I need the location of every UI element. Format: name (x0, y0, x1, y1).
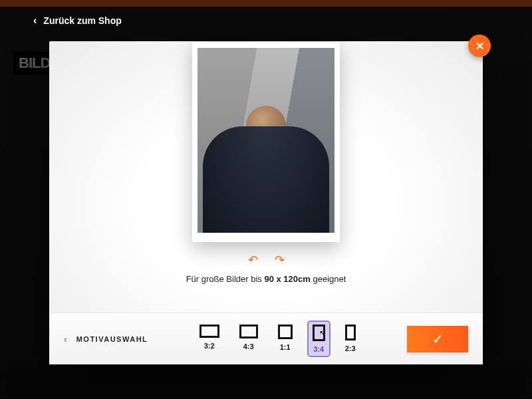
rotate-cw-button[interactable]: ↷ (271, 251, 288, 269)
rotate-ccw-icon: ↶ (248, 253, 258, 267)
ratio-shape-icon (278, 325, 293, 339)
ratio-shape-icon (239, 325, 258, 338)
prev-step-button[interactable]: ‹ MOTIVAUSWAHL (64, 334, 148, 344)
back-to-shop-link[interactable]: ‹ Zurück zum Shop (33, 15, 122, 27)
ratio-shape-icon (345, 325, 356, 340)
close-button[interactable]: ✕ (468, 35, 491, 57)
ratio-label: 3:4 (313, 345, 324, 353)
ratio-label: 1:1 (280, 343, 291, 351)
aspect-ratio-2-3[interactable]: 2:3 (341, 322, 360, 356)
aspect-ratio-group: 3:24:31:13:4↖2:3 (160, 322, 395, 356)
ratio-label: 3:2 (204, 342, 215, 350)
rotate-ccw-button[interactable]: ↶ (244, 251, 261, 269)
preview-area: ↶ ↷ Für große Bilder bis 90 x 120cm geei… (49, 41, 483, 313)
ratio-shape-icon (313, 325, 325, 341)
aspect-ratio-1-1[interactable]: 1:1 (274, 322, 297, 356)
aspect-ratio-3-4[interactable]: 3:4↖ (309, 322, 329, 356)
back-label: Zurück zum Shop (43, 15, 121, 26)
aspect-ratio-3-2[interactable]: 3:2 (196, 322, 223, 356)
chevron-left-icon: ‹ (33, 15, 37, 27)
close-icon: ✕ (475, 40, 484, 53)
ratio-label: 4:3 (243, 342, 254, 350)
ratio-label: 2:3 (345, 344, 356, 352)
crop-modal: ↶ ↷ Für große Bilder bis 90 x 120cm geei… (49, 41, 483, 364)
size-hint: Für große Bilder bis 90 x 120cm geeignet (186, 274, 346, 284)
canvas-frame (192, 43, 340, 242)
aspect-ratio-4-3[interactable]: 4:3 (235, 322, 262, 356)
confirm-button[interactable]: ✓ (407, 326, 468, 352)
check-icon: ✓ (432, 331, 444, 347)
ratio-shape-icon (200, 325, 219, 338)
chevron-left-icon: ‹ (64, 334, 67, 344)
rotate-controls: ↶ ↷ (244, 251, 288, 269)
uploaded-image[interactable] (198, 48, 334, 233)
rotate-cw-icon: ↷ (275, 253, 285, 267)
modal-footer: ‹ MOTIVAUSWAHL 3:24:31:13:4↖2:3 ✓ (49, 313, 483, 364)
prev-step-label: MOTIVAUSWAHL (76, 335, 148, 343)
